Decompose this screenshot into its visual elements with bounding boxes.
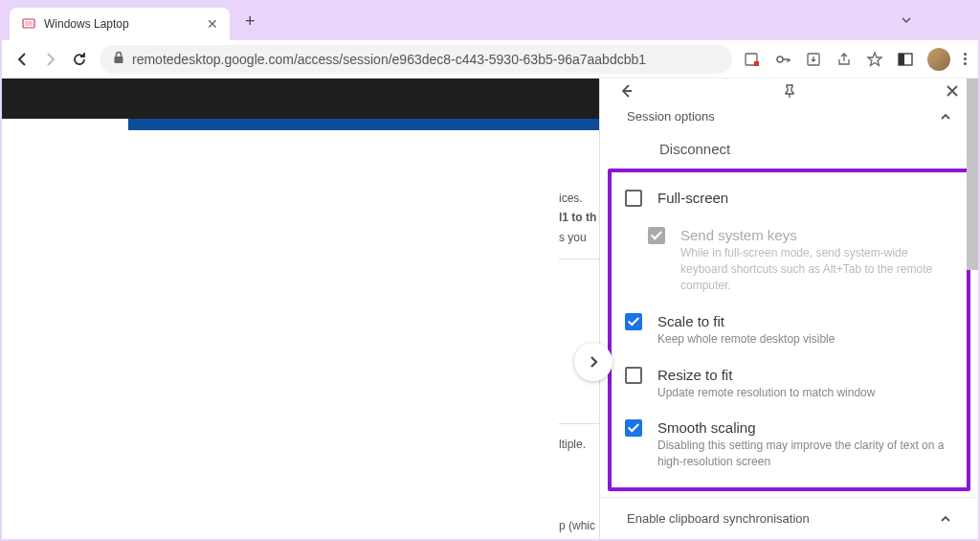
- forward-button[interactable]: [42, 51, 59, 68]
- resize-checkbox[interactable]: [625, 367, 642, 384]
- svg-rect-4: [115, 56, 123, 63]
- profile-avatar[interactable]: [927, 48, 950, 71]
- svg-rect-10: [899, 54, 904, 65]
- svg-rect-6: [754, 61, 759, 66]
- syskeys-desc: While in full-screen mode, send system-w…: [680, 245, 953, 293]
- menu-icon[interactable]: [964, 53, 967, 65]
- tab-favicon: [21, 16, 36, 32]
- sidepanel-icon[interactable]: [897, 51, 914, 68]
- highlighted-options: Full-screen Send system keys While in fu…: [608, 169, 970, 491]
- section-header[interactable]: Session options: [600, 103, 978, 129]
- session-panel: Session options Disconnect Full-screen S…: [599, 79, 978, 539]
- option-smooth[interactable]: Smooth scaling Disabling this setting ma…: [619, 410, 959, 480]
- reload-button[interactable]: [71, 51, 88, 68]
- content-area: ices. l1 to th s you ltiple. p (whic Ses…: [2, 79, 978, 539]
- key-icon[interactable]: [774, 51, 791, 68]
- resize-label: Resize to fit: [657, 367, 953, 383]
- svg-rect-1: [25, 21, 33, 26]
- syskeys-label: Send system keys: [680, 227, 953, 243]
- background-text-3: p (whic: [559, 519, 595, 532]
- option-scale[interactable]: Scale to fit Keep whole remote desktop v…: [619, 304, 959, 357]
- fullscreen-label: Full-screen: [657, 190, 953, 206]
- extension-icon[interactable]: [744, 51, 761, 68]
- back-button[interactable]: [13, 51, 31, 68]
- bookmark-icon[interactable]: [866, 51, 883, 68]
- browser-titlebar: Windows Laptop ✕ +: [2, 2, 978, 40]
- resize-desc: Update remote resolution to match window: [657, 385, 953, 401]
- lock-icon: [113, 51, 124, 68]
- expand-panel-button[interactable]: [574, 343, 612, 381]
- address-bar: remotedesktop.google.com/access/session/…: [2, 40, 978, 79]
- svg-point-7: [777, 56, 783, 62]
- clipboard-section[interactable]: Enable clipboard synchronisation: [600, 497, 978, 539]
- option-fullscreen[interactable]: Full-screen: [619, 180, 959, 217]
- background-text-2: ltiple.: [559, 438, 586, 451]
- scale-label: Scale to fit: [657, 313, 953, 329]
- smooth-label: Smooth scaling: [657, 419, 953, 436]
- scale-desc: Keep whole remote desktop visible: [657, 331, 953, 348]
- scrollbar[interactable]: [967, 79, 978, 270]
- option-resize[interactable]: Resize to fit Update remote resolution t…: [619, 357, 959, 411]
- clipboard-label: Enable clipboard synchronisation: [627, 511, 810, 526]
- close-panel-icon[interactable]: [944, 82, 961, 100]
- toolbar-icons: [744, 48, 967, 71]
- section-title: Session options: [627, 109, 715, 124]
- tabs-dropdown-icon[interactable]: [900, 13, 913, 30]
- syskeys-checkbox: [648, 227, 665, 244]
- scale-checkbox[interactable]: [625, 313, 642, 330]
- remote-titlebar: [128, 119, 605, 130]
- pin-icon[interactable]: [781, 82, 798, 100]
- smooth-checkbox[interactable]: [625, 419, 642, 437]
- panel-back-icon[interactable]: [617, 82, 635, 100]
- url-text: remotedesktop.google.com/access/session/…: [132, 52, 646, 67]
- option-syskeys: Send system keys While in full-screen mo…: [619, 217, 959, 303]
- browser-tab[interactable]: Windows Laptop ✕: [10, 8, 230, 40]
- new-tab-button[interactable]: +: [245, 11, 256, 32]
- tab-close-icon[interactable]: ✕: [207, 16, 218, 32]
- url-box[interactable]: remotedesktop.google.com/access/session/…: [100, 45, 732, 74]
- remote-toolbar: [2, 79, 605, 119]
- chevron-up-icon: [940, 513, 951, 525]
- background-text: ices. l1 to th s you: [559, 189, 596, 247]
- disconnect-button[interactable]: Disconnect: [600, 129, 978, 169]
- panel-header: [600, 79, 978, 103]
- window-controls: [900, 13, 970, 30]
- smooth-desc: Disabling this setting may improve the c…: [657, 438, 953, 470]
- share-icon[interactable]: [835, 51, 853, 68]
- tab-title: Windows Laptop: [44, 17, 207, 31]
- install-icon[interactable]: [805, 51, 822, 68]
- chevron-up-icon: [940, 111, 951, 123]
- fullscreen-checkbox[interactable]: [625, 190, 642, 207]
